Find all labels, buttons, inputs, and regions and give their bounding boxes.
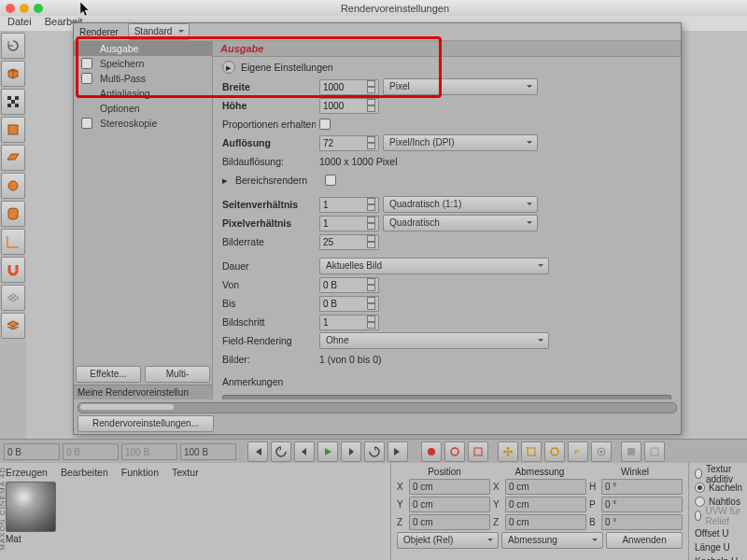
tool-sphere-icon[interactable] <box>1 173 25 199</box>
autokey-icon[interactable] <box>444 441 465 462</box>
effekte-button[interactable]: Effekte... <box>76 366 141 383</box>
step-back-icon[interactable] <box>294 441 315 462</box>
proportionen-checkbox[interactable] <box>319 119 331 130</box>
sidebar-item-multipass[interactable]: Multi-Pass <box>74 71 212 86</box>
tool-deformer-icon[interactable] <box>1 117 25 143</box>
toggle-a-icon[interactable] <box>621 441 641 462</box>
time-field-3[interactable]: 100 B <box>121 443 177 460</box>
sidebar-item-antialiasing[interactable]: Antialiasing <box>74 86 212 101</box>
chevron-right-icon[interactable]: ▸ <box>222 175 228 186</box>
anmerkungen-textarea[interactable] <box>222 395 671 399</box>
breite-input[interactable]: 1000 <box>319 79 379 95</box>
sidebar-item-ausgabe[interactable]: Ausgabe <box>74 41 212 56</box>
time-field-1[interactable]: 0 B <box>4 443 60 460</box>
pos-X-input[interactable]: 0 cm <box>409 479 490 495</box>
checkbox-icon[interactable] <box>81 73 92 84</box>
sidebar-item-optionen[interactable]: Optionen <box>74 101 212 116</box>
transport-bar: 0 B 0 B 100 B 100 B P <box>0 439 747 465</box>
time-field-2[interactable]: 0 B <box>63 443 119 460</box>
param-icon[interactable]: P <box>568 441 588 462</box>
time-field-4[interactable]: 100 B <box>180 443 236 460</box>
step-fwd-icon[interactable] <box>341 441 361 462</box>
pixelaspect-dropdown[interactable]: Quadratisch <box>383 215 538 231</box>
radio-textur-additiv[interactable] <box>695 469 702 479</box>
radio-nahtlos[interactable] <box>695 497 705 507</box>
render-settings-dialog: Renderer Standard Ausgabe Speichern Mult… <box>73 22 682 435</box>
sidebar-item-stereoskopie[interactable]: Stereoskopie <box>74 116 212 131</box>
pla-icon[interactable] <box>591 441 612 462</box>
bereich-checkbox[interactable] <box>325 175 336 186</box>
tool-axis-icon[interactable] <box>1 229 25 255</box>
dauer-dropdown[interactable]: Aktuelles Bild <box>319 258 549 274</box>
tab-funktion[interactable]: Funktion <box>121 467 159 478</box>
chevron-right-icon[interactable]: ▸ <box>222 61 235 74</box>
rot-H-input[interactable]: 0 ° <box>601 479 683 495</box>
rot-B-input[interactable]: 0 ° <box>601 514 683 530</box>
bis-input[interactable]: 0 B <box>319 296 379 312</box>
seitenverhaeltnis-input[interactable]: 1 <box>319 197 379 213</box>
dim-Z-input[interactable]: 0 cm <box>505 514 586 530</box>
close-icon[interactable] <box>6 4 15 13</box>
move-icon[interactable] <box>498 441 518 462</box>
tab-textur[interactable]: Textur <box>172 467 199 478</box>
tool-checker-icon[interactable] <box>1 89 25 115</box>
dpi-dropdown[interactable]: Pixel/Inch (DPI) <box>383 134 538 151</box>
checkbox-icon[interactable] <box>81 58 92 69</box>
unit-dropdown[interactable]: Pixel <box>383 78 538 95</box>
sidebar-item-speichern[interactable]: Speichern <box>74 56 212 71</box>
tool-undo[interactable] <box>1 33 25 59</box>
renderer-dropdown[interactable]: Standard <box>128 23 190 40</box>
object-mode-dropdown[interactable]: Objekt (Rel) <box>397 532 499 549</box>
material-name[interactable]: Mat <box>6 534 56 544</box>
tool-cube-icon[interactable] <box>1 61 25 87</box>
zoom-icon[interactable] <box>34 4 43 13</box>
tool-plane-icon[interactable] <box>1 145 25 171</box>
tool-layers-icon[interactable] <box>1 313 25 339</box>
svg-rect-18 <box>627 448 635 455</box>
material-preview[interactable] <box>6 482 56 532</box>
scale-icon[interactable] <box>521 441 542 462</box>
von-input[interactable]: 0 B <box>319 277 379 293</box>
menu-datei[interactable]: Datei <box>7 16 32 31</box>
minimize-icon[interactable] <box>20 4 29 13</box>
horizontal-scrollbar[interactable] <box>78 402 677 413</box>
prev-key-icon[interactable] <box>271 441 291 462</box>
radio-uvw[interactable] <box>695 511 701 521</box>
aufloesung-input[interactable]: 72 <box>319 135 379 151</box>
anwenden-button[interactable]: Anwenden <box>606 532 683 549</box>
bilderrate-input[interactable]: 25 <box>319 234 379 250</box>
pixelverhaeltnis-input[interactable]: 1 <box>319 216 379 231</box>
tool-cylinder-icon[interactable] <box>1 201 25 227</box>
field-dropdown[interactable]: Ohne <box>319 332 549 349</box>
tool-magnet-icon[interactable] <box>1 257 25 283</box>
go-end-icon[interactable] <box>388 441 408 462</box>
rot-P-input[interactable]: 0 ° <box>601 497 683 512</box>
record-icon[interactable] <box>421 441 442 462</box>
abmessung-dropdown[interactable]: Abmessung <box>501 532 603 549</box>
pos-Y-input[interactable]: 0 cm <box>409 497 490 512</box>
aspect-dropdown[interactable]: Quadratisch (1:1) <box>383 196 538 213</box>
checkbox-icon[interactable] <box>81 118 92 129</box>
tab-erzeugen[interactable]: Erzeugen <box>6 467 48 478</box>
next-key-icon[interactable] <box>364 441 385 462</box>
toggle-b-icon[interactable] <box>644 441 665 462</box>
hoehe-input[interactable]: 1000 <box>319 98 379 114</box>
pos-Z-input[interactable]: 0 cm <box>409 514 490 530</box>
material-panel: Erzeugen Bearbeiten Funktion Textur Mat <box>0 463 391 560</box>
tab-bearbeiten[interactable]: Bearbeiten <box>61 467 108 478</box>
render-settings-button[interactable]: Rendervoreinstellungen... <box>78 415 214 432</box>
play-icon[interactable] <box>317 441 338 462</box>
go-start-icon[interactable] <box>247 441 268 462</box>
dialog-main: Ausgabe ▸Eigene Einstellungen Breite1000… <box>213 41 681 399</box>
tool-grid-icon[interactable] <box>1 285 25 311</box>
multipass-button[interactable]: Multi-Pass... <box>145 366 210 383</box>
bildschritt-input[interactable]: 1 <box>319 315 379 330</box>
row-bilder: Bilder:1 (von 0 bis 0) <box>213 350 681 369</box>
rotate-icon[interactable] <box>544 441 565 462</box>
dim-X-input[interactable]: 0 cm <box>505 479 586 495</box>
dim-Y-input[interactable]: 0 cm <box>505 497 586 512</box>
keyframe-sel-icon[interactable] <box>468 441 488 462</box>
radio-kacheln[interactable] <box>695 483 705 493</box>
my-render-preset[interactable]: Meine Rendervoreinstellun <box>74 385 212 399</box>
row-field-rendering: Field-RenderingOhne <box>213 331 681 350</box>
